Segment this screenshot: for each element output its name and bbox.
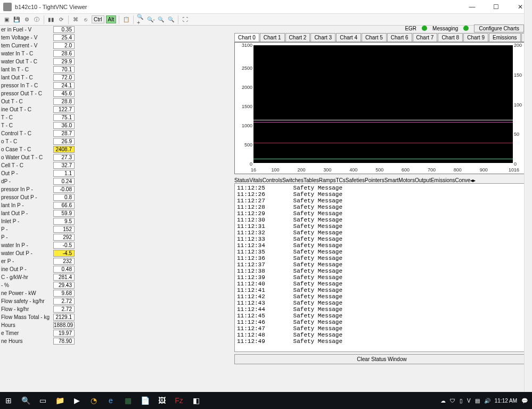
zoom-100-icon[interactable]: 🔍 xyxy=(157,15,165,24)
ctrlesc-icon[interactable]: ⎋ xyxy=(81,15,90,24)
chart-tab[interactable]: Emissions xyxy=(489,33,521,42)
measurement-value: 2.72 xyxy=(53,306,75,313)
measurement-row: C - g/kW-hr281.4 xyxy=(0,273,75,281)
measurement-row: T - C36.0 xyxy=(0,121,75,129)
status-tab[interactable]: Tables xyxy=(304,177,319,183)
explorer-icon[interactable]: 📁 xyxy=(51,392,68,409)
status-log[interactable]: 11:12:25 Safety Message 11:12:26 Safety … xyxy=(234,184,529,352)
measurement-value: -4.5 xyxy=(53,250,75,257)
measurement-label: Control T - C xyxy=(0,130,53,136)
status-tab[interactable]: Emissions xyxy=(431,177,455,183)
app2-icon[interactable]: 📄 xyxy=(136,392,153,409)
tray-icon[interactable]: ☁ xyxy=(440,398,446,404)
status-tab[interactable]: Vitals xyxy=(249,177,262,183)
y-tick-left: 2500 xyxy=(235,66,252,71)
measurement-row: o Case T - C2408.7 xyxy=(0,145,75,153)
system-tray[interactable]: ☁ 🛡 ▯ V ▤ 🔊 11:12 AM 💬 xyxy=(440,398,532,404)
tray-icon[interactable]: 🛡 xyxy=(450,398,455,404)
status-tab[interactable]: Status xyxy=(234,177,249,183)
measurement-label: Hours xyxy=(0,322,53,328)
ctrl-toggle[interactable]: Ctrl xyxy=(92,15,104,23)
measurement-value: 2.72 xyxy=(53,298,75,305)
app4-icon[interactable]: ◧ xyxy=(187,392,204,409)
options-icon[interactable]: ⚙ xyxy=(22,15,31,24)
measurement-value: 36.0 xyxy=(53,122,75,129)
zoom-in-icon[interactable]: 🔍+ xyxy=(136,15,145,24)
status-tab[interactable]: Ramps xyxy=(319,177,336,183)
measurement-label: ne Hours xyxy=(0,338,53,344)
pause-icon[interactable]: ▮▮ xyxy=(47,15,55,24)
measurement-row: water Out P --4.5 xyxy=(0,249,75,257)
measurement-row: Hours1888.09 xyxy=(0,321,75,329)
clock[interactable]: 11:12 AM xyxy=(495,398,517,404)
configure-charts-button[interactable]: Configure Charts xyxy=(474,24,524,32)
save-icon[interactable]: 💾 xyxy=(12,15,21,24)
maximize-button[interactable]: ☐ xyxy=(484,0,508,14)
measurement-label: tem Voltage - V xyxy=(0,35,53,40)
status-tab[interactable]: SmartMotors xyxy=(384,177,415,183)
tab-scroll-right[interactable]: ▸ xyxy=(473,177,476,183)
status-tab[interactable]: TCs xyxy=(336,177,346,183)
alt-toggle[interactable]: Alt xyxy=(106,15,117,23)
status-tab[interactable]: Conve xyxy=(455,177,471,183)
app3-icon[interactable]: 🖼 xyxy=(153,392,170,409)
y-tick-left: 3100 xyxy=(235,43,252,48)
measurement-row: Cell T - C32.7 xyxy=(0,161,75,169)
measurement-value: 29.43 xyxy=(53,282,75,289)
chart-tab[interactable]: Chart 4 xyxy=(336,33,361,42)
tray-icon[interactable]: V xyxy=(467,398,471,404)
status-tab[interactable]: Pointers xyxy=(365,177,384,183)
filezilla-icon[interactable]: Fz xyxy=(170,392,187,409)
ie-icon[interactable]: e xyxy=(102,392,119,409)
measurement-value: 28.6 xyxy=(53,50,75,57)
chart-tab[interactable]: Chart 5 xyxy=(362,33,387,42)
volume-icon[interactable]: 🔊 xyxy=(484,398,490,404)
y-tick-left: 1500 xyxy=(235,104,252,109)
measurement-row: ine Out T - C122.7 xyxy=(0,105,75,113)
zoom-out-icon[interactable]: 🔍- xyxy=(146,15,155,24)
info-icon[interactable]: ⓘ xyxy=(32,15,41,24)
status-tab[interactable]: Switches xyxy=(282,177,304,183)
chart-tab[interactable]: Chart 3 xyxy=(310,33,335,42)
cad-icon[interactable]: ⌘ xyxy=(71,15,80,24)
measurement-row: o T - C26.9 xyxy=(0,137,75,145)
chart-tab[interactable]: Chart 8 xyxy=(438,33,463,42)
x-tick: 900 xyxy=(480,167,488,173)
chart-tab[interactable]: Chart 7 xyxy=(413,33,438,42)
y-tick-left: 1000 xyxy=(235,123,252,128)
refresh-icon[interactable]: ⟳ xyxy=(57,15,66,24)
status-tab[interactable]: Controls xyxy=(263,177,282,183)
measurement-value: 0.8 xyxy=(53,194,75,201)
measurement-row: water In T - C28.6 xyxy=(0,50,75,58)
chart-tab[interactable]: Chart 6 xyxy=(387,33,412,42)
status-tab[interactable]: Safeties xyxy=(346,177,365,183)
tray-icon[interactable]: ▤ xyxy=(475,398,480,404)
new-conn-icon[interactable]: ▣ xyxy=(2,15,11,24)
notifications-icon[interactable]: 💬 xyxy=(521,398,528,404)
measurement-label: C - g/kW-hr xyxy=(0,274,53,280)
start-button[interactable]: ⊞ xyxy=(0,392,17,409)
measurement-label: T - C xyxy=(0,114,53,120)
taskview-icon[interactable]: ▭ xyxy=(34,392,51,409)
clear-status-button[interactable]: Clear Status Window xyxy=(234,354,529,364)
chart-tab[interactable]: Chart 9 xyxy=(463,33,488,42)
chart-tab[interactable]: Chart 2 xyxy=(285,33,310,42)
titlebar: b142c10 - TightVNC Viewer — ☐ ✕ xyxy=(0,0,532,14)
measurement-value: 27.3 xyxy=(53,154,75,161)
excel-icon[interactable]: ▦ xyxy=(119,392,136,409)
minimize-button[interactable]: — xyxy=(460,0,484,14)
search-icon[interactable]: 🔍 xyxy=(17,392,34,409)
chart-tab[interactable]: Chart 1 xyxy=(260,33,285,42)
zoom-auto-icon[interactable]: 🔍 xyxy=(167,15,175,24)
measurement-label: Out T - C xyxy=(0,99,53,104)
measurement-row: water Out T - C29.9 xyxy=(0,58,75,66)
measurement-value: 75.1 xyxy=(53,114,75,121)
transfer-icon[interactable]: 📋 xyxy=(122,15,130,24)
chart-tab[interactable]: Chart 0 xyxy=(234,33,259,42)
fullscreen-icon[interactable]: ⛶ xyxy=(181,15,190,24)
status-tab[interactable]: Output xyxy=(415,177,431,183)
tray-icon[interactable]: ▯ xyxy=(460,398,463,404)
app1-icon[interactable]: ◔ xyxy=(85,392,102,409)
terminal-icon[interactable]: ▶ xyxy=(68,392,85,409)
scrollbar-right[interactable] xyxy=(524,0,532,392)
